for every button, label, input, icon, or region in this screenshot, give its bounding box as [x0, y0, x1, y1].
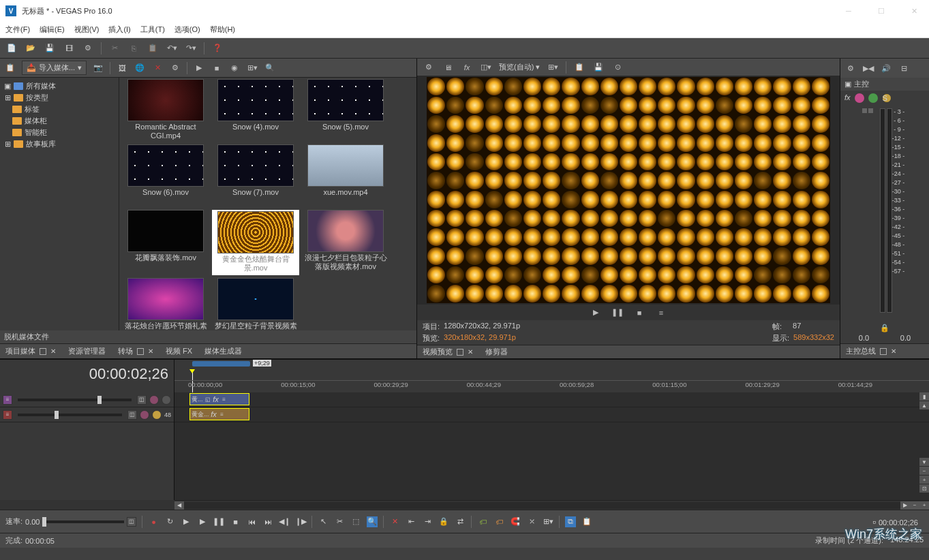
zoom-in-icon[interactable]: +	[919, 501, 929, 510]
menu-edit[interactable]: 编辑(E)	[40, 25, 65, 35]
tab-transitions[interactable]: 转场✕	[118, 346, 153, 356]
snap-icon[interactable]: 🧲	[510, 516, 521, 527]
save-icon[interactable]: 💾	[44, 42, 56, 55]
quantize-icon[interactable]: ⊞▾	[543, 516, 553, 527]
preview-viewport[interactable]	[427, 77, 830, 303]
insert-fx-icon[interactable]	[855, 93, 864, 103]
render-icon[interactable]: 🎞	[63, 42, 75, 55]
menu-help[interactable]: 帮助(H)	[210, 25, 235, 35]
event-list-icon[interactable]: 📋	[581, 516, 592, 527]
redo-icon[interactable]: ↷▾	[185, 42, 197, 55]
external-monitor-icon[interactable]: 🖥	[442, 61, 454, 74]
track-menu-icon[interactable]: ≡	[3, 395, 12, 405]
track-fx-icon[interactable]	[140, 410, 149, 420]
region-add-icon[interactable]: 🏷	[493, 516, 504, 527]
delete-icon[interactable]: ✕	[389, 516, 400, 527]
track-maximize-icon[interactable]: ◫	[137, 395, 147, 405]
play-start-icon[interactable]: ▶	[181, 516, 192, 527]
auto-ripple-icon[interactable]: ⇄	[455, 516, 466, 527]
menu-insert[interactable]: 插入(I)	[108, 25, 130, 35]
loop-region[interactable]	[192, 361, 250, 367]
remove-unused-icon[interactable]: 🌐	[134, 62, 146, 74]
copy-icon[interactable]: ⎘	[127, 42, 140, 55]
play-icon[interactable]: ▶	[193, 62, 205, 74]
tree-tags[interactable]: 标签	[3, 104, 116, 115]
video-scopes-icon[interactable]: ⊙	[611, 61, 624, 74]
scroll-left-icon[interactable]: ◀	[174, 501, 184, 510]
prev-frame-icon[interactable]: ◀❙	[279, 516, 290, 527]
tree-smart-bin[interactable]: 智能柜	[3, 127, 116, 138]
thumbnail-area[interactable]: Romantic Abstract CGI.mp4Snow (4).movSno…	[119, 78, 416, 330]
views-icon[interactable]: ⊞▾	[246, 62, 258, 74]
import-media-button[interactable]: 📥 导入媒体... ▾	[22, 61, 87, 75]
ignore-event-grouping-icon[interactable]: ⧉	[565, 516, 576, 527]
trim-end-icon[interactable]: ⇥	[422, 516, 433, 527]
minimize-button[interactable]: ─	[839, 1, 858, 20]
go-end-icon[interactable]: ⏭	[262, 516, 273, 527]
tab-master-bus[interactable]: 主控总线✕	[846, 346, 896, 356]
loop-icon[interactable]: ↻	[164, 516, 175, 527]
bottom-timecode[interactable]: ▫ 00:00:02;26	[872, 516, 918, 527]
track-menu-icon[interactable]: ≡	[3, 410, 12, 420]
vzoom-in-icon[interactable]: +	[919, 476, 929, 484]
properties-icon[interactable]: ⚙	[82, 42, 94, 55]
copy-snapshot-icon[interactable]: 📋	[573, 61, 585, 74]
timeline-timecode[interactable]: 00:00:02;26	[0, 360, 174, 383]
media-thumbnail[interactable]: Snow (4).mov	[212, 79, 299, 142]
mixer-properties-icon[interactable]: ⚙	[844, 62, 857, 74]
tree-all-media[interactable]: ▣所有媒体	[3, 80, 116, 92]
track-solo-icon[interactable]	[152, 410, 162, 420]
get-media-icon[interactable]: 🖼	[116, 62, 128, 74]
video-fx-icon[interactable]: fx	[461, 61, 473, 74]
overlay-icon[interactable]: ⊞▾	[547, 61, 559, 74]
auto-crossfade-icon[interactable]: ⤫	[526, 516, 537, 527]
audio-clip[interactable]: 黄金... fx ≡	[189, 408, 249, 420]
event-menu-icon[interactable]: ≡	[219, 411, 226, 418]
media-thumbnail[interactable]: Snow (6).mov	[122, 144, 209, 207]
capture-icon[interactable]: 📷	[92, 62, 104, 74]
video-track-header[interactable]: ≡ ◫	[0, 392, 174, 407]
automation-icon[interactable]	[868, 93, 878, 103]
video-clip[interactable]: 黄... ◱ fx ≡	[189, 393, 249, 405]
media-thumbnail[interactable]: 花瓣飘落装饰.mov	[122, 210, 209, 275]
menu-file[interactable]: 文件(F)	[5, 25, 30, 35]
close-button[interactable]: ✕	[904, 1, 924, 20]
play-icon[interactable]: ▶	[197, 516, 208, 527]
media-thumbnail[interactable]: xue.mov.mp4	[302, 144, 389, 207]
media-thumbnail[interactable]: Snow (5).mov	[302, 79, 389, 142]
menu-tools[interactable]: 工具(T)	[140, 25, 165, 35]
media-thumbnail[interactable]: Romantic Abstract CGI.mp4	[122, 79, 209, 142]
tree-media-bin[interactable]: 媒体柜	[3, 115, 116, 127]
go-start-icon[interactable]: ⏮	[246, 516, 257, 527]
new-project-icon[interactable]: 📄	[5, 42, 18, 55]
remove-icon[interactable]: ✕	[151, 62, 164, 74]
split-screen-icon[interactable]: ◫▾	[480, 61, 492, 74]
search-icon[interactable]: 🔍	[264, 62, 276, 74]
menu-view[interactable]: 视图(V)	[74, 25, 100, 35]
record-icon[interactable]: ●	[148, 516, 159, 527]
pause-icon[interactable]: ❚❚	[213, 516, 224, 527]
menu-icon[interactable]: ≡	[655, 307, 667, 319]
media-thumbnail[interactable]: 落花烛台许愿环节婚礼素材.mp4	[122, 278, 209, 330]
video-track-row[interactable]: 黄... ◱ fx ≡	[174, 392, 929, 407]
media-thumbnail[interactable]: Snow (7).mov	[212, 144, 299, 207]
trim-start-icon[interactable]: ⇤	[406, 516, 416, 527]
vscroll-up-icon[interactable]: ▲	[919, 401, 929, 409]
lock-icon[interactable]: 🔒	[438, 516, 449, 527]
cut-icon[interactable]: ✂	[108, 42, 121, 55]
media-thumbnail[interactable]: 黄金金色炫酷舞台背景.mov	[212, 210, 299, 275]
normal-edit-icon[interactable]: ↖	[318, 516, 329, 527]
tab-trimmer[interactable]: 修剪器	[485, 347, 508, 357]
track-automation-icon[interactable]	[162, 395, 171, 405]
media-thumbnail[interactable]: 浪漫七夕栏目包装粒子心落版视频素材.mov	[302, 210, 389, 275]
open-icon[interactable]: 📂	[25, 42, 37, 55]
project-properties-icon[interactable]: ⚙	[423, 61, 435, 74]
audio-track-header[interactable]: ≡ ◫ 48	[0, 407, 174, 422]
audio-fx-icon[interactable]: fx	[844, 93, 851, 103]
paste-icon[interactable]: 📋	[147, 42, 159, 55]
stop-icon[interactable]: ■	[633, 307, 645, 319]
marker-icon[interactable]: ▮	[919, 392, 929, 401]
maximize-button[interactable]: ☐	[872, 1, 891, 20]
selection-icon[interactable]: ⬚	[350, 516, 361, 527]
track-level-slider[interactable]	[18, 399, 132, 401]
